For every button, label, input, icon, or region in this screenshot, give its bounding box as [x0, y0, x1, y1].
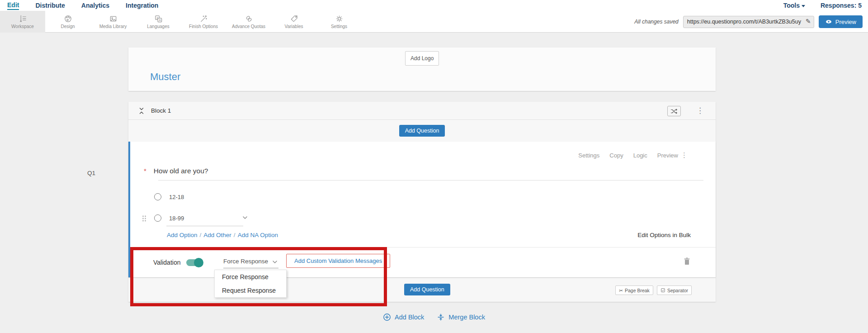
toolbar-item-label: Languages: [147, 24, 170, 29]
add-other-link[interactable]: Add Other: [203, 232, 231, 238]
page-break-button[interactable]: ✂ Page Break: [615, 285, 653, 295]
option-row-1: 12-18: [154, 193, 184, 200]
save-status: All changes saved: [634, 19, 678, 25]
toolbar-item-media-library[interactable]: Media Library: [90, 11, 136, 33]
toolbar-item-finish-options[interactable]: Finish Options: [181, 11, 226, 33]
tools-menu[interactable]: Tools: [783, 2, 805, 9]
option-2-underline: [166, 226, 243, 226]
edit-options-in-bulk-link[interactable]: Edit Options in Bulk: [637, 232, 691, 238]
chain-link-icon: [245, 14, 253, 23]
question-actions: Settings Copy Logic Preview: [578, 152, 678, 159]
separator-button[interactable]: Separator: [657, 285, 692, 295]
toolbar-item-label: Finish Options: [189, 24, 218, 29]
responses-count[interactable]: Responses: 5: [821, 2, 862, 9]
option-2-label[interactable]: 18-99: [169, 215, 184, 222]
select-caret-down-icon: [271, 258, 278, 267]
required-asterisk: *: [144, 167, 146, 175]
collapse-block-icon[interactable]: [138, 107, 145, 115]
survey-url-box: ✎: [683, 16, 814, 28]
toolbar-item-label: Workspace: [11, 24, 34, 29]
image-icon: [109, 14, 118, 23]
validation-selected-value: Force Response: [223, 258, 268, 265]
gear-icon: [335, 14, 344, 23]
validation-toggle[interactable]: [186, 259, 203, 266]
dropdown-item-force-response[interactable]: Force Response: [215, 270, 286, 284]
editor-toolbar: Workspace Design Media Library aA Langua…: [0, 11, 868, 33]
top-nav-right: Tools Responses: 5: [783, 0, 862, 11]
add-custom-validation-messages-button[interactable]: Add Custom Validation Messages: [286, 254, 390, 268]
toolbar-item-design[interactable]: Design: [45, 11, 90, 33]
drag-handle-icon[interactable]: [142, 215, 147, 224]
separator-icon: [660, 288, 665, 293]
validation-type-select[interactable]: Force Response: [223, 256, 278, 268]
nav-tab-analytics[interactable]: Analytics: [81, 2, 109, 10]
edit-url-pencil-icon[interactable]: ✎: [806, 18, 811, 25]
toolbar-item-languages[interactable]: aA Languages: [136, 11, 181, 33]
link-separator: /: [200, 232, 202, 238]
nav-tab-edit[interactable]: Edit: [7, 1, 19, 10]
survey-header-card: Add Logo Muster: [128, 48, 716, 91]
question-text-line: * How old are you?: [144, 167, 208, 175]
bottom-actions-row: Add Block Merge Block: [0, 313, 868, 321]
toolbar-item-settings[interactable]: Settings: [316, 11, 362, 33]
survey-url-input[interactable]: [683, 16, 814, 28]
languages-icon: aA: [154, 14, 163, 23]
toolbar-item-variables[interactable]: Variables: [271, 11, 316, 33]
question-id-label: Q1: [87, 170, 95, 176]
question-text-underline: [158, 180, 703, 181]
question-settings-link[interactable]: Settings: [578, 152, 599, 159]
preview-button[interactable]: Preview: [819, 15, 863, 28]
add-block-button[interactable]: Add Block: [383, 313, 424, 321]
block-header: Block 1 ⋮: [128, 102, 716, 120]
link-separator: /: [234, 232, 236, 238]
radio-option-2[interactable]: [154, 214, 161, 222]
toolbar-item-advance-quotas[interactable]: Advance Quotas: [226, 11, 271, 33]
toolbar-item-label: Variables: [285, 24, 303, 29]
merge-block-button[interactable]: Merge Block: [437, 313, 485, 321]
palette-icon: [64, 14, 72, 23]
nav-tab-integration[interactable]: Integration: [126, 2, 158, 10]
validation-dropdown-menu: Force Response Request Response: [214, 270, 287, 298]
add-question-row-top: Add Question: [128, 120, 716, 141]
block-footer-right: ✂ Page Break Separator: [615, 285, 692, 295]
option-2-chevron-down-icon[interactable]: [241, 214, 249, 223]
add-na-option-link[interactable]: Add NA Option: [238, 232, 278, 238]
shuffle-icon: [670, 108, 678, 114]
workspace-icon: [19, 14, 27, 23]
tag-icon: [290, 14, 298, 23]
radio-option-1[interactable]: [154, 193, 161, 200]
add-question-button-bottom[interactable]: Add Question: [404, 284, 450, 295]
toggle-knob: [194, 258, 203, 267]
question-logic-link[interactable]: Logic: [633, 152, 647, 159]
validation-label: Validation: [153, 259, 180, 266]
question-copy-link[interactable]: Copy: [609, 152, 623, 159]
dropdown-item-request-response[interactable]: Request Response: [215, 284, 286, 297]
magic-wand-icon: [199, 14, 208, 23]
question-card[interactable]: Settings Copy Logic Preview ⋮ * How old …: [128, 142, 716, 277]
scissors-icon: ✂: [619, 288, 623, 293]
question-preview-link[interactable]: Preview: [657, 152, 678, 159]
toolbar-item-label: Settings: [331, 24, 347, 29]
add-logo-button[interactable]: Add Logo: [405, 51, 439, 66]
toolbar-right: All changes saved ✎ Preview: [634, 11, 863, 33]
question-text[interactable]: How old are you?: [154, 167, 208, 175]
block-menu-kebab-icon[interactable]: ⋮: [696, 106, 704, 116]
question-menu-kebab-icon[interactable]: ⋮: [681, 151, 688, 159]
add-option-link[interactable]: Add Option: [167, 232, 198, 238]
nav-tab-distribute[interactable]: Distribute: [35, 2, 65, 10]
delete-question-trash-icon[interactable]: [683, 257, 691, 267]
survey-title[interactable]: Muster: [150, 71, 180, 83]
plus-circle-icon: [383, 313, 391, 321]
toolbar-item-label: Advance Quotas: [232, 24, 265, 29]
toolbar-item-workspace[interactable]: Workspace: [0, 11, 45, 33]
svg-text:A: A: [159, 19, 161, 22]
option-1-label[interactable]: 12-18: [169, 194, 184, 200]
toolbar-item-label: Media Library: [99, 24, 127, 29]
option-links-row: Add Option/Add Other/Add NA Option: [167, 232, 278, 238]
chevron-down-icon: [802, 5, 805, 7]
add-question-button-top[interactable]: Add Question: [399, 125, 445, 137]
merge-icon: [437, 313, 445, 321]
questionpro-survey-editor: Edit Distribute Analytics Integration To…: [0, 0, 868, 333]
block-title[interactable]: Block 1: [151, 107, 171, 114]
shuffle-questions-button[interactable]: [667, 106, 681, 116]
